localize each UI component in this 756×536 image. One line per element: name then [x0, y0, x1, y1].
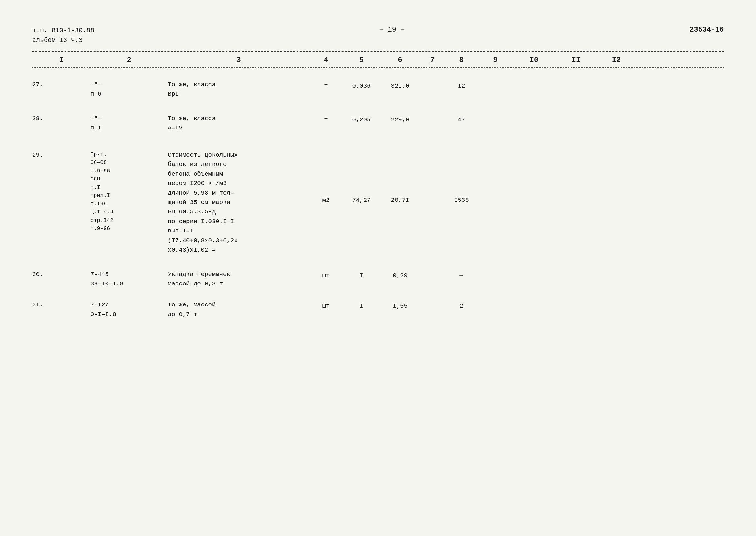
column-headers: I 2 3 4 5 6 7 8 9 I0 II [32, 52, 724, 68]
row30-unit: шт [310, 270, 342, 281]
row29-col5: 74,27 [342, 151, 381, 205]
row28-col9 [478, 114, 513, 115]
row30-col10 [513, 270, 555, 271]
row29-col7 [420, 151, 445, 152]
row27-col11 [555, 80, 597, 82]
col-header-3: 3 [168, 56, 310, 64]
row27-col7 [420, 80, 445, 82]
col-header-4: 4 [310, 56, 342, 64]
row30-col12 [597, 270, 636, 271]
row31-col5: I [342, 300, 381, 311]
table-row: 28. –"– п.I То же, класса А–IV т 0,205 2… [32, 105, 724, 139]
row29-col6: 20,7I [381, 151, 420, 205]
row28-num: 28. [32, 114, 90, 123]
row30-col8: → [445, 270, 478, 281]
row31-col11 [555, 300, 597, 302]
row30-col5: I [342, 270, 381, 281]
row28-col6: 229,0 [381, 114, 420, 125]
row27-col12 [597, 80, 636, 82]
row29-desc: Стоимость цокольных балок из легкого бет… [168, 151, 310, 255]
row27-col10 [513, 80, 555, 82]
row31-col6: I,55 [381, 300, 420, 311]
col-header-10: I0 [513, 56, 555, 64]
col-header-6: 6 [381, 56, 420, 64]
col-header-2: 2 [90, 56, 168, 64]
row29-col8: I538 [445, 151, 478, 205]
header-line2: альбом I3 ч.3 [32, 36, 94, 45]
row28-col10 [513, 114, 555, 115]
row28-col11 [555, 114, 597, 115]
page-header: т.п. 810-1-30.88 альбом I3 ч.3 – 19 – 23… [32, 26, 724, 45]
row29-col9 [478, 151, 513, 152]
row31-col7 [420, 300, 445, 302]
row27-col5: 0,036 [342, 80, 381, 91]
table-row: 27. –"– п.6 То же, класса BpI т 0,036 32… [32, 71, 724, 105]
row29-col10 [513, 151, 555, 152]
row30-col6: 0,29 [381, 270, 420, 281]
col-header-7: 7 [420, 56, 445, 64]
row28-col8: 47 [445, 114, 478, 125]
row27-desc: То же, класса BpI [168, 80, 310, 99]
col-header-11: II [555, 56, 597, 64]
row30-desc: Укладка перемычек массой до 0,3 т [168, 270, 310, 289]
row29-ref: Пр-т. 06–08 п.9-96 ССЦ т.I прил.I п.I99 … [90, 151, 168, 233]
table-row: 3I. 7–I27 9–I–I.8 То же, массой до 0,7 т… [32, 294, 724, 325]
row30-ref: 7–445 38–I0–I.8 [90, 270, 168, 289]
row28-unit: т [310, 114, 342, 125]
table-row: 30. 7–445 38–I0–I.8 Укладка перемычек ма… [32, 261, 724, 295]
row30-col9 [478, 270, 513, 271]
col-header-12: I2 [597, 56, 636, 64]
row31-col10 [513, 300, 555, 302]
col-header-8: 8 [445, 56, 478, 64]
table-body: 27. –"– п.6 То же, класса BpI т 0,036 32… [32, 71, 724, 325]
row29-unit: м2 [310, 151, 342, 205]
row28-ref: –"– п.I [90, 114, 168, 133]
row28-col7 [420, 114, 445, 115]
row31-num: 3I. [32, 300, 90, 310]
header-page-number: – 19 – [379, 26, 405, 34]
row28-desc: То же, класса А–IV [168, 114, 310, 133]
row31-col12 [597, 300, 636, 302]
table-row: 29. Пр-т. 06–08 п.9-96 ССЦ т.I прил.I п.… [32, 139, 724, 261]
row30-col7 [420, 270, 445, 271]
header-top-left: т.п. 810-1-30.88 альбом I3 ч.3 [32, 26, 94, 45]
row29-col11 [555, 151, 597, 152]
row31-unit: шт [310, 300, 342, 311]
row27-col8: I2 [445, 80, 478, 91]
row29-num: 29. [32, 151, 90, 160]
row30-col11 [555, 270, 597, 271]
row27-ref: –"– п.6 [90, 80, 168, 99]
header-doc-number: 23534-16 [689, 26, 724, 34]
row30-num: 30. [32, 270, 90, 279]
header-line1: т.п. 810-1-30.88 [32, 26, 94, 36]
row31-ref: 7–I27 9–I–I.8 [90, 300, 168, 319]
col-header-1: I [32, 56, 90, 64]
row31-desc: То же, массой до 0,7 т [168, 300, 310, 319]
col-header-9: 9 [478, 56, 513, 64]
row27-num: 27. [32, 80, 90, 89]
row27-unit: т [310, 80, 342, 91]
row31-col9 [478, 300, 513, 302]
page: т.п. 810-1-30.88 альбом I3 ч.3 – 19 – 23… [32, 26, 724, 510]
row27-col9 [478, 80, 513, 82]
row28-col5: 0,205 [342, 114, 381, 125]
row27-col6: 32I,0 [381, 80, 420, 91]
row28-col12 [597, 114, 636, 115]
col-header-5: 5 [342, 56, 381, 64]
row31-col8: 2 [445, 300, 478, 311]
row29-col12 [597, 151, 636, 152]
